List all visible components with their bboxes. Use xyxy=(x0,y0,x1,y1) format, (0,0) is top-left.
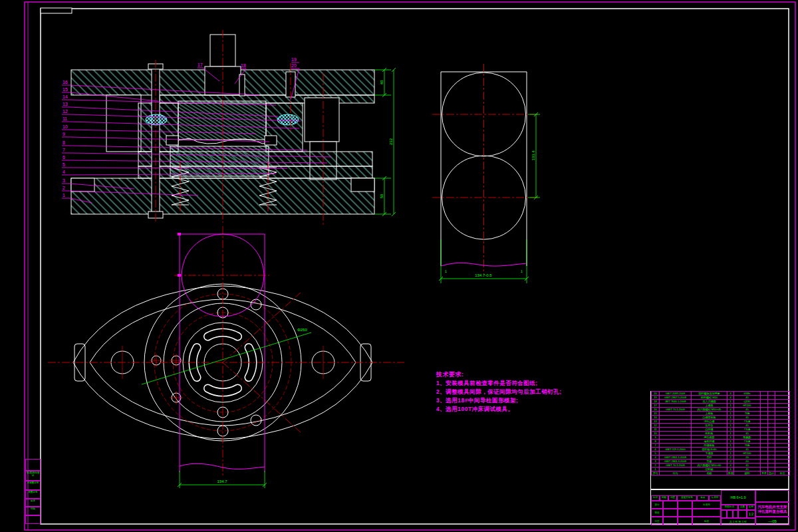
drawing-number: —05 xyxy=(755,517,789,525)
tech-note-item: 2、调整模具间隙，保证间隙均匀后加工销钉孔; xyxy=(436,388,609,396)
dim-label: 40 xyxy=(380,80,384,84)
stage-label: 阶段标记 xyxy=(721,505,738,510)
rev-header: 更改文件号 xyxy=(677,495,697,501)
parts-header-row: 序号 代号 名称 数量 材料 单件 总计 备注 xyxy=(652,471,790,475)
leader-label: 11 xyxy=(63,116,67,121)
plan-dimensions xyxy=(142,332,311,488)
leader-label: 4 xyxy=(63,170,65,174)
leader-label: 8 xyxy=(63,140,65,145)
rev-header: 标记 xyxy=(651,495,660,501)
leader-label: 10 xyxy=(63,124,68,129)
leader-label: 19 xyxy=(291,57,297,62)
col-header: 数量 xyxy=(728,471,734,475)
leader-label: 16 xyxy=(63,80,68,84)
edge-mark: 1 xyxy=(521,269,523,273)
plan-view xyxy=(48,226,404,488)
dim-label: Φ250 xyxy=(297,328,307,332)
rev-header: 分区 xyxy=(668,495,677,501)
seal-right xyxy=(277,114,299,125)
tech-note-item: 4、选用100T冲床调试模具。 xyxy=(436,405,609,414)
parts-list: 20GB/T 2089-2009圆柱螺旋压缩弹簧465Mn19GB/T 2867… xyxy=(650,391,789,489)
role-approve: 批准 xyxy=(692,517,721,525)
edge-mark: 1 xyxy=(445,269,447,273)
scale-value: 1:2 xyxy=(747,510,755,518)
cad-viewport: 16 15 14 13 12 11 10 9 8 7 6 5 4 3 2 1 1… xyxy=(0,0,798,532)
role-standard: 标准化 xyxy=(692,501,721,509)
strip-layout-view xyxy=(432,64,540,283)
rev-header: 年月日 xyxy=(709,495,721,501)
strip-cell: 借(通)用件登记 xyxy=(25,471,41,481)
technical-notes: 技术要求: 1、安装模具前检查零件是否符合图纸; 2、调整模具间隙，保证间隙均匀… xyxy=(436,370,609,414)
title-block: 标记 处数 分区 更改文件号 签名 年月日 设计 标准化 审核 工艺 批准 HB… xyxy=(650,489,789,524)
sheet-info: 共 1 张 第 1 张 xyxy=(721,518,755,525)
tech-note-item: 1、安装模具前检查零件是否符合图纸; xyxy=(436,379,609,388)
col-header: 材料 xyxy=(734,471,761,475)
col-header: 序号 xyxy=(652,471,660,475)
leader-label: 9 xyxy=(63,132,65,136)
leader-label: 2 xyxy=(63,186,65,190)
leader-label: 14 xyxy=(63,94,68,99)
leader-label: 17 xyxy=(198,63,203,67)
drawing-title: 汽车电机外壳支架 冲孔落料复合模具 xyxy=(755,502,789,517)
col-header: 单件 xyxy=(761,471,768,475)
parts-table-body: 20GB/T 2089-2009圆柱螺旋压缩弹簧465Mn19GB/T 2867… xyxy=(652,392,790,471)
dim-label: 134.7 xyxy=(217,479,227,483)
rev-header: 处数 xyxy=(660,495,668,501)
leader-label: 1 xyxy=(63,193,65,198)
scale-label: 比例 xyxy=(747,505,755,510)
strip-cell: 底图总号 xyxy=(25,490,41,499)
blank-spec: HB 6×1.9 xyxy=(721,490,755,505)
section-view xyxy=(71,30,374,226)
mass-label: 质量 xyxy=(738,505,747,510)
strip-cell: 签字 xyxy=(25,499,41,507)
guide-pillar-right xyxy=(305,98,339,142)
leader-label: 13 xyxy=(63,102,68,106)
role-design: 设计 xyxy=(651,501,663,509)
dim-label: 133.4 xyxy=(531,150,535,161)
plan-dim-labels: Φ250 134.7 xyxy=(217,328,307,483)
leader-label: 20 xyxy=(291,63,297,68)
rev-header: 签名 xyxy=(697,495,709,501)
role-check: 审核 xyxy=(651,509,663,517)
strip-cell: 日期 xyxy=(25,507,41,515)
leader-label: 7 xyxy=(63,148,65,152)
strip-cell: 旧底图总号 xyxy=(25,481,41,490)
punch-block xyxy=(178,101,266,140)
leader-label: 3 xyxy=(63,178,65,183)
role-process: 工艺 xyxy=(651,517,663,525)
leader-label: 18 xyxy=(241,63,246,68)
dim-label: 232 xyxy=(389,138,393,145)
col-header: 总计 xyxy=(768,471,775,475)
tech-notes-title: 技术要求: xyxy=(436,370,609,379)
drawing-title-line1: 汽车电机外壳支架 xyxy=(756,505,789,509)
leader-label: 5 xyxy=(63,162,65,167)
section-dim-labels: 40 232 50 xyxy=(380,80,393,198)
dim-label: 134.7-0.5 xyxy=(475,273,492,277)
dim-label: 50 xyxy=(380,194,384,198)
leader-label: 12 xyxy=(63,109,68,114)
tech-note-item: 3、选用18#中间导柱圆形模架; xyxy=(436,396,609,405)
strip-dim-labels: 133.4 134.7-0.5 1 1 xyxy=(445,150,535,277)
col-header: 备注 xyxy=(775,471,790,475)
leader-label: 6 xyxy=(63,155,65,160)
col-header: 代号 xyxy=(660,471,692,475)
seal-left xyxy=(146,114,167,125)
microfilm-mark-box xyxy=(41,8,72,13)
leader-label: 15 xyxy=(63,87,68,92)
col-header: 名称 xyxy=(692,471,728,475)
drawing-title-line2: 冲孔落料复合模具 xyxy=(756,509,789,514)
